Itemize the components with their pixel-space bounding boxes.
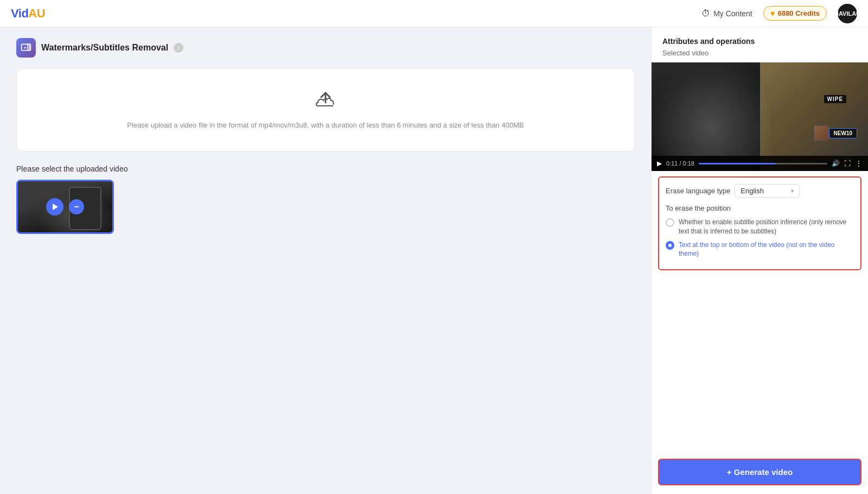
attributes-panel: Erase language type English ▾ To erase t…: [658, 176, 861, 270]
left-panel: Watermarks/Subtitles Removal i Please up…: [0, 27, 651, 494]
svg-marker-3: [53, 204, 58, 210]
generate-button[interactable]: + Generate video: [658, 459, 861, 485]
credits-badge: ♥ 6880 Credits: [763, 6, 827, 21]
credits-label: 6880 Credits: [778, 9, 820, 17]
svg-rect-1: [27, 44, 29, 51]
erase-language-row: Erase language type English ▾: [666, 184, 854, 198]
remove-button[interactable]: −: [69, 199, 84, 214]
preview-inner: WIPE NEW10: [652, 62, 868, 171]
right-panel: Attributes and operations Selected video…: [651, 27, 868, 494]
preview-hand-area: [652, 62, 770, 171]
radio-text-2: Text at the top or bottom of the video (…: [679, 240, 854, 259]
chevron-down-icon: ▾: [791, 188, 794, 194]
fullscreen-button[interactable]: ⛶: [844, 160, 851, 167]
preview-play-button[interactable]: ▶: [657, 160, 662, 167]
page-title: Watermarks/Subtitles Removal: [41, 43, 168, 53]
wipe-badge: WIPE: [824, 95, 847, 103]
page-icon: [16, 38, 36, 58]
svg-rect-2: [29, 44, 30, 51]
video-thumbnail[interactable]: −: [16, 180, 114, 234]
small-avatar-preview: [814, 125, 829, 141]
erase-language-value: English: [741, 187, 764, 195]
preview-bg: [652, 62, 868, 171]
preview-time: 0:11 / 0:18: [666, 160, 694, 167]
header-right: ⏱ My Content ♥ 6880 Credits NAVILAU: [701, 4, 857, 23]
new10-badge: NEW10: [829, 128, 857, 138]
play-button[interactable]: [46, 198, 63, 216]
radio-option-1[interactable]: Whether to enable subtitle position infe…: [666, 218, 854, 236]
volume-button[interactable]: 🔊: [832, 160, 840, 167]
erase-language-label: Erase language type: [666, 187, 730, 195]
video-grid: −: [16, 180, 635, 234]
avatar[interactable]: NAVILAU: [838, 4, 857, 23]
info-icon[interactable]: i: [174, 43, 183, 53]
logo: VidAU: [11, 7, 45, 21]
upload-icon: [28, 91, 623, 115]
preview-right-area: [760, 62, 869, 171]
heart-icon: ♥: [770, 9, 775, 18]
spacer: [652, 276, 868, 450]
progress-fill: [699, 163, 776, 164]
upload-hint: Please upload a video file in the format…: [28, 121, 623, 129]
erase-language-select[interactable]: English ▾: [735, 184, 800, 198]
radio-option-2[interactable]: Text at the top or bottom of the video (…: [666, 240, 854, 259]
radio-circle-1: [666, 218, 674, 227]
main-layout: Watermarks/Subtitles Removal i Please up…: [0, 27, 868, 494]
video-preview: WIPE NEW10 ▶ 0:11 / 0:18 🔊 ⛶ ⋮: [652, 62, 868, 171]
radio-circle-2: [666, 241, 674, 250]
video-controls-bar: ▶ 0:11 / 0:18 🔊 ⛶ ⋮: [652, 156, 868, 171]
clock-icon: ⏱: [701, 9, 710, 18]
erase-position-title: To erase the position: [666, 204, 854, 212]
upload-area[interactable]: Please upload a video file in the format…: [16, 68, 635, 151]
my-content-label: My Content: [713, 9, 752, 18]
header: VidAU ⏱ My Content ♥ 6880 Credits NAVILA…: [0, 0, 868, 27]
progress-bar[interactable]: [699, 163, 827, 164]
right-panel-subtitle: Selected video: [652, 49, 868, 62]
video-section-label: Please select the uploaded video: [16, 164, 635, 173]
my-content-button[interactable]: ⏱ My Content: [701, 9, 752, 18]
thumb-controls: −: [18, 181, 112, 232]
generate-label: + Generate video: [727, 467, 793, 477]
more-button[interactable]: ⋮: [855, 159, 863, 168]
page-title-row: Watermarks/Subtitles Removal i: [16, 38, 635, 58]
generate-btn-container: + Generate video: [652, 450, 868, 494]
radio-text-1: Whether to enable subtitle position infe…: [679, 218, 854, 236]
right-panel-title: Attributes and operations: [652, 27, 868, 49]
